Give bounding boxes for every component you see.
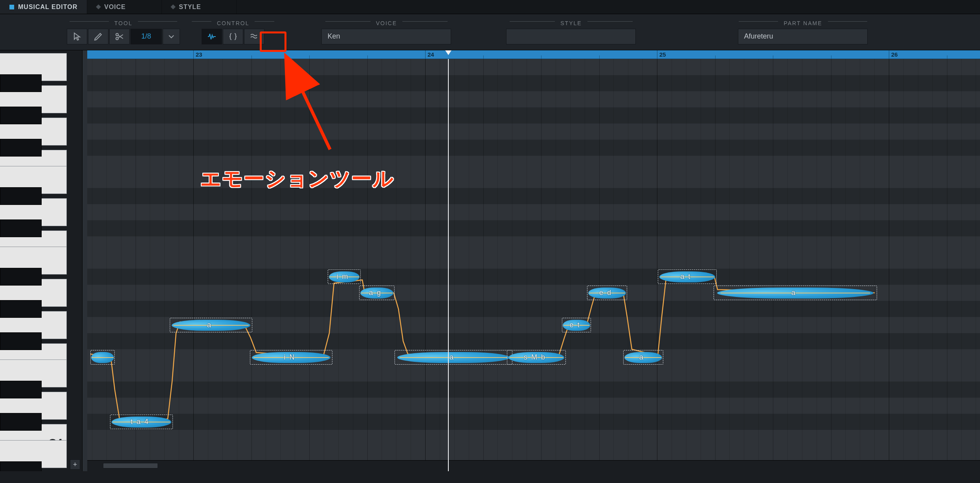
note[interactable]: iN <box>250 350 332 365</box>
svg-point-1 <box>116 37 118 40</box>
scissors-tool-button[interactable] <box>109 29 130 44</box>
grid-row <box>87 236 980 253</box>
tab-label: VOICE <box>104 4 126 11</box>
grid-row <box>87 156 980 172</box>
grid-row <box>87 107 980 124</box>
grid-row <box>87 333 980 349</box>
grid-row <box>87 446 980 462</box>
piano-black-key[interactable] <box>0 381 42 398</box>
grid-row <box>87 414 980 430</box>
tab-indicator-icon <box>9 5 14 9</box>
piano-black-key[interactable] <box>0 461 42 471</box>
note-lyric: sMb <box>524 353 549 361</box>
grid-row <box>87 301 980 317</box>
quantize-value[interactable]: 1/8 <box>130 29 162 44</box>
timing-tool-button[interactable] <box>223 29 243 44</box>
grid-row <box>87 365 980 382</box>
grid-row <box>87 220 980 236</box>
piano-keyboard[interactable]: C4 + <box>0 50 83 471</box>
note[interactable]: a <box>395 350 512 365</box>
grid-row <box>87 140 980 156</box>
style-field[interactable] <box>506 29 636 44</box>
horizontal-scrollbar[interactable] <box>87 460 980 471</box>
main-area: C4 + 23242526 ta4aiNimagasMbetedaata <box>0 50 980 471</box>
chevron-down-icon <box>167 32 176 41</box>
note-lyric: a <box>791 289 799 297</box>
note[interactable]: a <box>714 286 877 300</box>
pencil-icon <box>94 32 103 41</box>
tab-strip: MUSICAL EDITOR VOICE STYLE <box>0 0 980 14</box>
grid-row <box>87 269 980 285</box>
bar-number: 24 <box>428 51 434 58</box>
piano-black-key[interactable] <box>0 74 42 92</box>
group-label: TOOL <box>70 20 177 26</box>
note[interactable]: ta4 <box>110 415 173 429</box>
note[interactable]: ag <box>359 286 395 300</box>
grid-row <box>87 188 980 204</box>
scrollbar-thumb[interactable] <box>103 463 158 468</box>
group-label: CONTROL <box>192 20 274 26</box>
playhead[interactable] <box>448 59 449 471</box>
note-lyric: a <box>450 353 457 361</box>
bar-number: 23 <box>196 51 202 58</box>
arrow-tool-button[interactable] <box>67 29 87 44</box>
tab-label: MUSICAL EDITOR <box>18 4 77 11</box>
voice-group: VOICE Ken <box>321 20 451 44</box>
vibrato-tool-button[interactable] <box>244 29 264 44</box>
note-lyric: at <box>680 273 694 281</box>
piano-black-key[interactable] <box>0 139 42 157</box>
grid-row <box>87 253 980 269</box>
grid-row <box>87 382 980 398</box>
bar-number: 26 <box>891 51 898 58</box>
arrow-tool-icon <box>72 32 82 41</box>
note-lyric: iN <box>284 353 299 361</box>
note[interactable]: a <box>623 350 663 365</box>
add-track-button[interactable]: + <box>70 459 80 470</box>
piano-roll-canvas[interactable]: 23242526 ta4aiNimagasMbetedaata <box>83 50 980 471</box>
piano-black-key[interactable] <box>0 413 42 431</box>
piano-black-key[interactable] <box>0 107 42 124</box>
note[interactable] <box>90 350 115 365</box>
note[interactable]: a <box>170 318 252 332</box>
piano-black-key[interactable] <box>0 300 42 318</box>
emotion-tool-button[interactable] <box>202 29 222 44</box>
voice-field[interactable]: Ken <box>321 29 451 44</box>
grid-row <box>87 59 980 75</box>
voice-value: Ken <box>327 32 340 41</box>
piano-black-key[interactable] <box>0 268 42 286</box>
pencil-tool-button[interactable] <box>88 29 108 44</box>
quantize-dropdown-button[interactable] <box>163 29 180 44</box>
group-label: STYLE <box>510 20 632 26</box>
tab-label: STYLE <box>179 4 201 11</box>
note-grid[interactable]: ta4aiNimagasMbetedaata <box>87 59 980 471</box>
grid-row <box>87 75 980 91</box>
tab-indicator-icon <box>171 4 176 9</box>
part-name-group: PART NAME Afureteru <box>738 20 868 44</box>
note-lyric: et <box>569 321 583 329</box>
tab-musical-editor[interactable]: MUSICAL EDITOR <box>0 0 87 14</box>
piano-black-key[interactable] <box>0 219 42 237</box>
note[interactable]: im <box>328 269 361 284</box>
note-lyric: a <box>639 353 647 361</box>
style-group: STYLE <box>506 20 636 44</box>
grid-row <box>87 91 980 107</box>
note[interactable]: et <box>562 318 591 332</box>
tab-style[interactable]: STYLE <box>162 0 237 14</box>
piano-black-key[interactable] <box>0 187 42 205</box>
note[interactable]: at <box>658 269 717 284</box>
waveform-icon <box>207 32 217 41</box>
note-lyric: ag <box>369 289 385 297</box>
tab-voice[interactable]: VOICE <box>87 0 162 14</box>
tool-group: TOOL 1/8 <box>67 20 180 44</box>
note-lyric: im <box>337 273 352 281</box>
part-name-field[interactable]: Afureteru <box>738 29 868 44</box>
note-lyric: ed <box>599 289 615 297</box>
grid-row <box>87 398 980 414</box>
note[interactable]: sMb <box>507 350 566 365</box>
piano-black-key[interactable] <box>0 332 42 350</box>
note[interactable]: ed <box>587 286 627 300</box>
quantize-label: 1/8 <box>141 32 151 41</box>
plus-icon: + <box>73 461 77 469</box>
group-label: PART NAME <box>739 20 867 26</box>
timeline-ruler[interactable]: 23242526 <box>87 50 980 59</box>
